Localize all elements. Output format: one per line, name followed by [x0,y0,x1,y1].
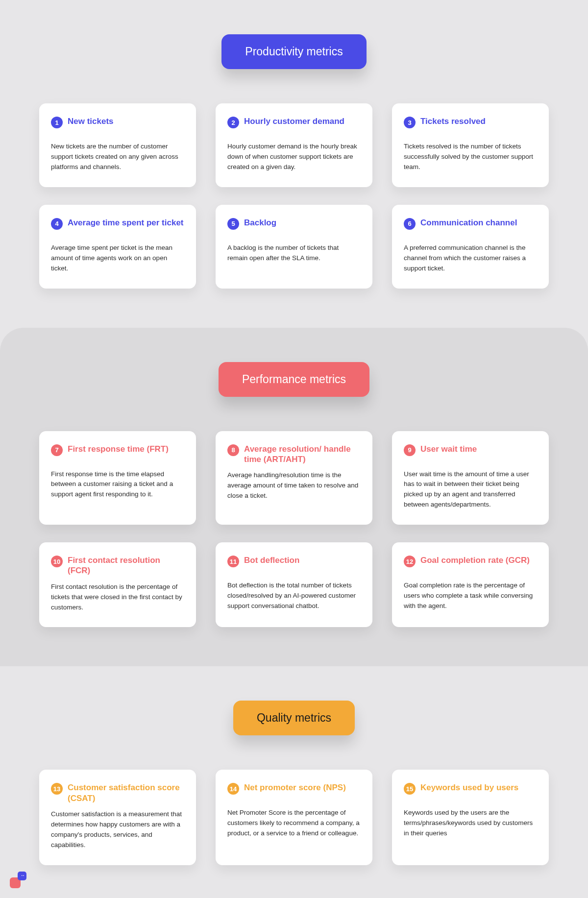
card-header: 2Hourly customer demand [227,116,361,136]
metric-card: 14Net promoter score (NPS)Net Promoter S… [216,770,372,865]
page-root: Productivity metrics1New ticketsNew tick… [0,0,588,898]
card-title: Goal completion rate (GCR) [420,555,530,565]
card-title: Tickets resolved [420,116,486,126]
card-grid: 1New ticketsNew tickets are the number o… [39,103,549,289]
metric-card: 4Average time spent per ticketAverage ti… [39,205,196,289]
card-title: Backlog [244,218,276,228]
card-description: Tickets resolved is the number of ticket… [404,142,537,172]
card-description: New tickets are the number of customer s… [51,142,184,172]
card-header: 11Bot deflection [227,555,361,575]
card-title: Average time spent per ticket [68,218,184,228]
metric-card: 3Tickets resolvedTickets resolved is the… [392,103,549,187]
metric-card: 10First contact resolution (FCR)First co… [39,542,196,627]
section-performance: Performance metrics7First response time … [0,328,588,667]
card-description: Bot deflection is the total number of ti… [227,581,361,611]
metric-card: 5BacklogA backlog is the number of ticke… [216,205,372,289]
card-number-badge: 2 [227,117,239,128]
card-title: Keywords used by users [420,782,518,793]
card-number-badge: 4 [51,218,63,230]
card-header: 13Customer satisfaction score (CSAT) [51,782,184,803]
card-number-badge: 10 [51,556,63,567]
section-heading-pill: Productivity metrics [221,34,366,69]
card-description: User wait time is the amount of time a u… [404,469,537,510]
metric-card: 6Communication channelA preferred commun… [392,205,549,289]
card-header: 1New tickets [51,116,184,136]
card-number-badge: 9 [404,444,416,456]
section-productivity: Productivity metrics1New ticketsNew tick… [0,0,588,328]
card-number-badge: 6 [404,218,416,230]
card-title: First contact resolution (FCR) [68,555,184,576]
card-number-badge: 15 [404,783,416,795]
card-description: Average handling/resolution time is the … [227,470,361,501]
card-number-badge: 14 [227,783,239,795]
card-header: 8Average resolution/ handle time (ART/AH… [227,444,361,465]
metric-card: 8Average resolution/ handle time (ART/AH… [216,431,372,525]
card-description: Customer satisfaction is a measurement t… [51,809,184,850]
card-title: Communication channel [420,218,517,228]
card-title: Hourly customer demand [244,116,344,126]
metric-card: 2Hourly customer demandHourly customer d… [216,103,372,187]
card-header: 9User wait time [404,444,537,463]
card-number-badge: 12 [404,556,416,567]
card-header: 14Net promoter score (NPS) [227,782,361,802]
card-header: 15Keywords used by users [404,782,537,802]
card-description: Net Promoter Score is the percentage of … [227,808,361,839]
metric-card: 1New ticketsNew tickets are the number o… [39,103,196,187]
card-description: A preferred communication channel is the… [404,243,537,274]
card-title: New tickets [68,116,114,126]
card-number-badge: 5 [227,218,239,230]
card-number-badge: 11 [227,556,239,567]
card-description: A backlog is the number of tickets that … [227,243,361,264]
card-header: 3Tickets resolved [404,116,537,136]
card-header: 12Goal completion rate (GCR) [404,555,537,575]
card-number-badge: 8 [227,444,239,456]
logo-dots: •• [22,874,24,877]
card-number-badge: 3 [404,117,416,128]
metric-card: 7First response time (FRT)First response… [39,431,196,525]
card-description: Average time spent per ticket is the mea… [51,243,184,274]
metric-card: 11Bot deflectionBot deflection is the to… [216,542,372,627]
card-grid: 7First response time (FRT)First response… [39,431,549,628]
card-number-badge: 7 [51,444,63,456]
card-number-badge: 13 [51,783,63,795]
section-heading-pill: Quality metrics [233,701,355,735]
card-title: Bot deflection [244,555,299,565]
card-header: 6Communication channel [404,218,537,237]
card-description: First contact resolution is the percenta… [51,582,184,613]
metric-card: 13Customer satisfaction score (CSAT)Cust… [39,770,196,865]
brand-logo: •• [10,872,26,888]
section-heading-pill: Performance metrics [219,362,369,397]
card-header: 7First response time (FRT) [51,444,184,463]
card-header: 5Backlog [227,218,361,237]
card-title: User wait time [420,444,477,454]
metric-card: 9User wait timeUser wait time is the amo… [392,431,549,525]
card-number-badge: 1 [51,117,63,128]
metric-card: 15Keywords used by usersKeywords used by… [392,770,549,865]
section-quality: Quality metrics13Customer satisfaction s… [0,666,588,898]
card-header: 10First contact resolution (FCR) [51,555,184,576]
card-title: First response time (FRT) [68,444,169,454]
card-description: Keywords used by the users are the terms… [404,808,537,839]
card-description: Goal completion rate is the percentage o… [404,581,537,611]
card-title: Customer satisfaction score (CSAT) [68,782,184,803]
card-description: Hourly customer demand is the hourly bre… [227,142,361,172]
card-description: First response time is the time elapsed … [51,469,184,500]
card-header: 4Average time spent per ticket [51,218,184,237]
metric-card: 12Goal completion rate (GCR)Goal complet… [392,542,549,627]
card-grid: 13Customer satisfaction score (CSAT)Cust… [39,770,549,865]
card-title: Net promoter score (NPS) [244,782,346,793]
card-title: Average resolution/ handle time (ART/AHT… [244,444,361,465]
